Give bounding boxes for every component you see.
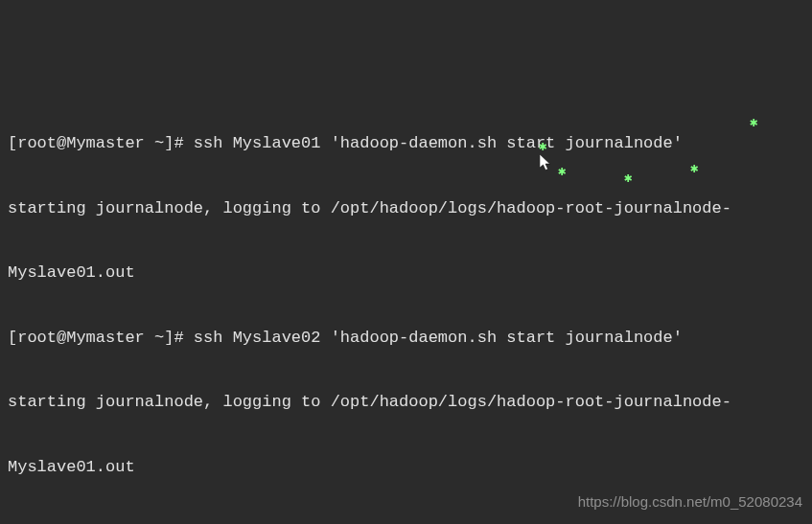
terminal-line: [root@Mymaster ~]# ssh Myslave02 'hadoop… [8, 328, 804, 350]
terminal-line: starting journalnode, logging to /opt/ha… [8, 198, 804, 220]
terminal-line: Myslave01.out [8, 262, 804, 285]
terminal-line: starting journalnode, logging to /opt/ha… [8, 392, 804, 414]
terminal-line: [root@Mymaster ~]# ssh Myslave01 'hadoop… [8, 133, 804, 155]
terminal-output[interactable]: [root@Mymaster ~]# ssh Myslave01 'hadoop… [8, 90, 804, 524]
watermark-text: https://blog.csdn.net/m0_52080234 [578, 491, 802, 513]
terminal-line: Myslave01.out [8, 457, 804, 479]
